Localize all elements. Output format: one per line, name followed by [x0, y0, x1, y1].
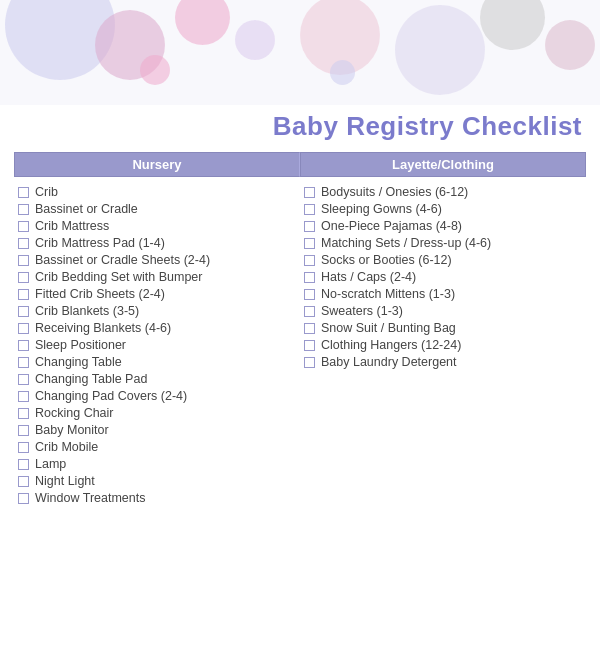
item-label: Lamp: [35, 457, 66, 471]
layette-column: Bodysuits / Onesies (6-12)Sleeping Gowns…: [300, 185, 586, 508]
item-label: Fitted Crib Sheets (2-4): [35, 287, 165, 301]
checkbox-icon[interactable]: [18, 357, 29, 368]
list-item[interactable]: Changing Table: [18, 355, 296, 369]
checkbox-icon[interactable]: [18, 442, 29, 453]
checkbox-icon[interactable]: [304, 340, 315, 351]
list-item[interactable]: Socks or Booties (6-12): [304, 253, 582, 267]
nursery-column: CribBassinet or CradleCrib MattressCrib …: [14, 185, 300, 508]
item-label: Socks or Booties (6-12): [321, 253, 452, 267]
list-item[interactable]: Changing Pad Covers (2-4): [18, 389, 296, 403]
list-item[interactable]: Crib Mattress Pad (1-4): [18, 236, 296, 250]
list-item[interactable]: Crib Mattress: [18, 219, 296, 233]
checkbox-icon[interactable]: [304, 221, 315, 232]
checkbox-icon[interactable]: [18, 306, 29, 317]
item-label: Bassinet or Cradle: [35, 202, 138, 216]
item-label: Receiving Blankets (4-6): [35, 321, 171, 335]
bubble-6: [480, 0, 545, 50]
list-item[interactable]: Clothing Hangers (12-24): [304, 338, 582, 352]
item-label: Hats / Caps (2-4): [321, 270, 416, 284]
item-label: Matching Sets / Dress-up (4-6): [321, 236, 491, 250]
checkbox-icon[interactable]: [304, 187, 315, 198]
checkbox-icon[interactable]: [18, 459, 29, 470]
item-label: No-scratch Mittens (1-3): [321, 287, 455, 301]
list-item[interactable]: Baby Laundry Detergent: [304, 355, 582, 369]
bubble-8: [140, 55, 170, 85]
list-item[interactable]: Window Treatments: [18, 491, 296, 505]
item-label: Night Light: [35, 474, 95, 488]
item-label: Crib Mobile: [35, 440, 98, 454]
checkbox-icon[interactable]: [18, 255, 29, 266]
item-label: Sleep Positioner: [35, 338, 126, 352]
list-item[interactable]: Crib Mobile: [18, 440, 296, 454]
item-label: Crib Bedding Set with Bumper: [35, 270, 202, 284]
list-item[interactable]: Snow Suit / Bunting Bag: [304, 321, 582, 335]
item-label: Baby Monitor: [35, 423, 109, 437]
item-label: Snow Suit / Bunting Bag: [321, 321, 456, 335]
item-label: Crib Blankets (3-5): [35, 304, 139, 318]
list-item[interactable]: No-scratch Mittens (1-3): [304, 287, 582, 301]
checkbox-icon[interactable]: [18, 340, 29, 351]
list-item[interactable]: Sleeping Gowns (4-6): [304, 202, 582, 216]
checkbox-icon[interactable]: [304, 323, 315, 334]
checkbox-icon[interactable]: [304, 357, 315, 368]
checkbox-icon[interactable]: [18, 238, 29, 249]
checkbox-icon[interactable]: [18, 374, 29, 385]
list-item[interactable]: Crib Blankets (3-5): [18, 304, 296, 318]
checkbox-icon[interactable]: [304, 238, 315, 249]
list-item[interactable]: Changing Table Pad: [18, 372, 296, 386]
checkbox-icon[interactable]: [18, 391, 29, 402]
checkbox-icon[interactable]: [18, 493, 29, 504]
page-title: Baby Registry Checklist: [0, 111, 582, 142]
checkbox-icon[interactable]: [18, 272, 29, 283]
bubble-9: [330, 60, 355, 85]
checkbox-icon[interactable]: [18, 323, 29, 334]
list-item[interactable]: Sleep Positioner: [18, 338, 296, 352]
list-item[interactable]: Bodysuits / Onesies (6-12): [304, 185, 582, 199]
list-item[interactable]: Baby Monitor: [18, 423, 296, 437]
list-item[interactable]: Crib: [18, 185, 296, 199]
list-item[interactable]: Fitted Crib Sheets (2-4): [18, 287, 296, 301]
item-label: Changing Table: [35, 355, 122, 369]
item-label: Baby Laundry Detergent: [321, 355, 457, 369]
bubble-7: [545, 20, 595, 70]
list-item[interactable]: Crib Bedding Set with Bumper: [18, 270, 296, 284]
list-item[interactable]: Night Light: [18, 474, 296, 488]
checkbox-icon[interactable]: [18, 476, 29, 487]
checkbox-icon[interactable]: [18, 187, 29, 198]
bubble-3: [235, 20, 275, 60]
list-item[interactable]: Bassinet or Cradle: [18, 202, 296, 216]
table-header: Nursery Layette/Clothing: [14, 152, 586, 177]
list-item[interactable]: One-Piece Pajamas (4-8): [304, 219, 582, 233]
checkbox-icon[interactable]: [304, 289, 315, 300]
item-label: Window Treatments: [35, 491, 145, 505]
checkbox-icon[interactable]: [304, 255, 315, 266]
list-item[interactable]: Lamp: [18, 457, 296, 471]
checkbox-icon[interactable]: [18, 408, 29, 419]
checkbox-icon[interactable]: [18, 425, 29, 436]
checkbox-icon[interactable]: [18, 204, 29, 215]
list-item[interactable]: Matching Sets / Dress-up (4-6): [304, 236, 582, 250]
list-item[interactable]: Hats / Caps (2-4): [304, 270, 582, 284]
bubble-2: [175, 0, 230, 45]
checkbox-icon[interactable]: [18, 289, 29, 300]
item-label: Rocking Chair: [35, 406, 114, 420]
item-label: Bodysuits / Onesies (6-12): [321, 185, 468, 199]
list-item[interactable]: Sweaters (1-3): [304, 304, 582, 318]
item-label: Clothing Hangers (12-24): [321, 338, 461, 352]
checkbox-icon[interactable]: [18, 221, 29, 232]
checkbox-icon[interactable]: [304, 272, 315, 283]
bubble-5: [395, 5, 485, 95]
list-item[interactable]: Receiving Blankets (4-6): [18, 321, 296, 335]
item-label: One-Piece Pajamas (4-8): [321, 219, 462, 233]
nursery-column-header: Nursery: [14, 152, 300, 177]
checkbox-icon[interactable]: [304, 306, 315, 317]
list-item[interactable]: Bassinet or Cradle Sheets (2-4): [18, 253, 296, 267]
list-item[interactable]: Rocking Chair: [18, 406, 296, 420]
checkbox-icon[interactable]: [304, 204, 315, 215]
item-label: Crib Mattress: [35, 219, 109, 233]
item-label: Sleeping Gowns (4-6): [321, 202, 442, 216]
item-label: Bassinet or Cradle Sheets (2-4): [35, 253, 210, 267]
item-label: Crib Mattress Pad (1-4): [35, 236, 165, 250]
item-label: Changing Table Pad: [35, 372, 147, 386]
item-label: Sweaters (1-3): [321, 304, 403, 318]
